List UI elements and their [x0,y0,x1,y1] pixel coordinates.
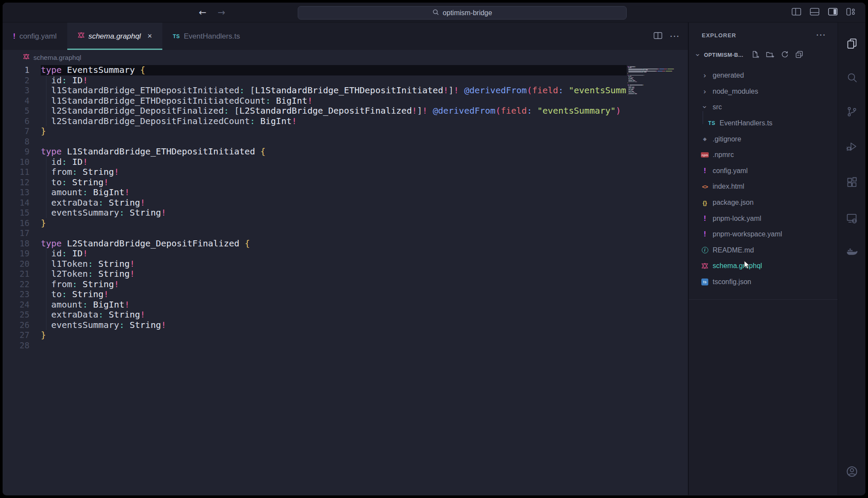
code-text[interactable]: type L2StandardBridge_DepositFinalized { [41,239,627,249]
code-line[interactable]: 9type L1StandardBridge_ETHDepositInitiat… [3,147,688,157]
code-line[interactable]: 5 l2StandardBridge_DepositFinalized: [L2… [3,106,688,116]
tree-item-package-json[interactable]: {}package.json [689,195,838,211]
code-lines[interactable]: 1type EventsSummary {2 id: ID!3 l1Standa… [3,65,688,351]
code-line[interactable]: 10 id: ID! [3,157,688,167]
code-text[interactable]: } [41,330,627,341]
account-icon[interactable] [845,465,858,478]
tree-item-config-yaml[interactable]: !config.yaml [689,163,838,179]
code-line[interactable]: 21 l2Token: String! [3,269,688,279]
code-line[interactable]: 15 eventsSummary: String! [3,208,688,218]
code-line[interactable]: 20 l1Token: String! [3,259,688,269]
code-editor[interactable]: 1type EventsSummary {2 id: ID!3 l1Standa… [3,65,688,495]
code-text[interactable]: l1Token: String! [41,259,627,269]
breadcrumb-item[interactable]: schema.graphql [33,54,81,62]
toggle-panel-icon[interactable] [810,8,819,17]
toggle-sidebar-icon[interactable] [792,8,801,17]
tree-item-schema-graphql[interactable]: schema.graphql [689,258,838,274]
code-text[interactable]: type L1StandardBridge_ETHDepositInitiate… [41,147,627,157]
close-tab-icon[interactable]: × [148,32,152,41]
split-editor-icon[interactable] [654,32,662,41]
tree-item--gitignore[interactable]: ◆.gitignore [689,131,838,147]
code-text[interactable] [41,341,627,351]
code-line[interactable]: 11 from: String! [3,167,688,177]
code-text[interactable]: eventsSummary: String! [41,320,627,331]
tree-item-eventhandlers-ts[interactable]: TSEventHandlers.ts [689,115,838,131]
code-text[interactable]: l2Token: String! [41,269,627,279]
code-line[interactable]: 16} [3,218,688,229]
code-line[interactable]: 24 amount: BigInt! [3,300,688,310]
code-line[interactable]: 18type L2StandardBridge_DepositFinalized… [3,239,688,249]
code-text[interactable]: amount: BigInt! [41,187,627,198]
docker-icon[interactable] [846,245,858,257]
code-text[interactable]: type EventsSummary { [41,65,627,75]
new-file-icon[interactable] [751,50,760,60]
code-text[interactable]: l2StandardBridge_DepositFinalizedCount: … [41,116,627,127]
code-text[interactable]: id: ID! [41,75,627,86]
minimap[interactable] [628,66,679,97]
explorer-more-actions-icon[interactable]: ··· [816,31,826,39]
tab-config-yaml[interactable]: ! config.yaml [3,23,67,50]
code-text[interactable]: from: String! [41,167,627,177]
code-line[interactable]: 4 l1StandardBridge_ETHDepositInitiatedCo… [3,96,688,106]
more-actions-icon[interactable]: ··· [670,32,680,41]
toggle-secondary-sidebar-icon[interactable] [828,8,838,17]
code-line[interactable]: 8 [3,137,688,147]
code-text[interactable]: eventsSummary: String! [41,208,627,218]
tree-item-readme-md[interactable]: iREADME.md [689,242,838,259]
code-text[interactable]: l2StandardBridge_DepositFinalized: [L2St… [41,106,627,116]
code-line[interactable]: 1type EventsSummary { [3,65,688,75]
tree-item-index-html[interactable]: <>index.html [689,179,838,195]
code-line[interactable]: 26 eventsSummary: String! [3,320,688,331]
tree-item-generated[interactable]: ›generated [689,68,838,84]
code-text[interactable]: to: String! [41,177,627,188]
new-folder-icon[interactable] [766,50,774,60]
tab-eventhandlers-ts[interactable]: TS EventHandlers.ts [162,23,250,50]
code-line[interactable]: 23 to: String! [3,289,688,300]
code-text[interactable]: id: ID! [41,249,627,259]
breadcrumb[interactable]: schema.graphql [3,50,688,65]
code-line[interactable]: 3 l1StandardBridge_ETHDepositInitiated: … [3,85,688,96]
explorer-section-header[interactable]: › OPTIMISM-B... [689,48,838,62]
explorer-activity-icon[interactable] [846,38,858,49]
search-activity-icon[interactable] [846,72,858,83]
refresh-icon[interactable] [781,50,789,60]
tree-item-pnpm-lock-yaml[interactable]: !pnpm-lock.yaml [689,210,838,226]
tree-item-pnpm-workspace-yaml[interactable]: !pnpm-workspace.yaml [689,226,838,242]
code-line[interactable]: 6 l2StandardBridge_DepositFinalizedCount… [3,116,688,127]
code-text[interactable] [41,137,627,147]
code-text[interactable]: amount: BigInt! [41,300,627,310]
code-line[interactable]: 12 to: String! [3,177,688,188]
collapse-all-icon[interactable] [795,50,803,60]
tree-item-node-modules[interactable]: ›node_modules [689,84,838,100]
code-line[interactable]: 14 extraData: String! [3,198,688,208]
code-text[interactable]: } [41,218,627,229]
source-control-icon[interactable] [846,106,858,118]
code-line[interactable]: 25 extraData: String! [3,310,688,320]
customize-layout-icon[interactable] [846,8,856,17]
history-back-button[interactable]: ← [199,7,207,18]
tab-schema-graphql[interactable]: schema.graphql × [67,23,162,50]
tree-item--npmrc[interactable]: npm.npmrc [689,147,838,163]
code-line[interactable]: 2 id: ID! [3,75,688,86]
code-line[interactable]: 22 from: String! [3,279,688,290]
remote-explorer-icon[interactable] [846,212,858,224]
code-line[interactable]: 7} [3,126,688,137]
code-text[interactable]: extraData: String! [41,310,627,320]
command-center-search[interactable]: optimism-bridge [298,6,627,20]
tree-item-src[interactable]: ›src [689,99,838,115]
run-debug-icon[interactable] [846,141,858,152]
code-text[interactable]: l1StandardBridge_ETHDepositInitiatedCoun… [41,96,627,106]
tree-item-tsconfig-json[interactable]: tstsconfig.json [689,274,838,290]
code-line[interactable]: 13 amount: BigInt! [3,187,688,198]
code-text[interactable]: from: String! [41,279,627,290]
code-text[interactable]: id: ID! [41,157,627,167]
code-line[interactable]: 17 [3,228,688,239]
extensions-icon[interactable] [846,177,858,188]
code-text[interactable] [41,228,627,239]
code-text[interactable]: l1StandardBridge_ETHDepositInitiated: [L… [41,85,627,96]
code-line[interactable]: 19 id: ID! [3,249,688,259]
code-text[interactable]: } [41,126,627,137]
code-text[interactable]: extraData: String! [41,198,627,208]
code-text[interactable]: to: String! [41,289,627,300]
code-line[interactable]: 28 [3,341,688,351]
